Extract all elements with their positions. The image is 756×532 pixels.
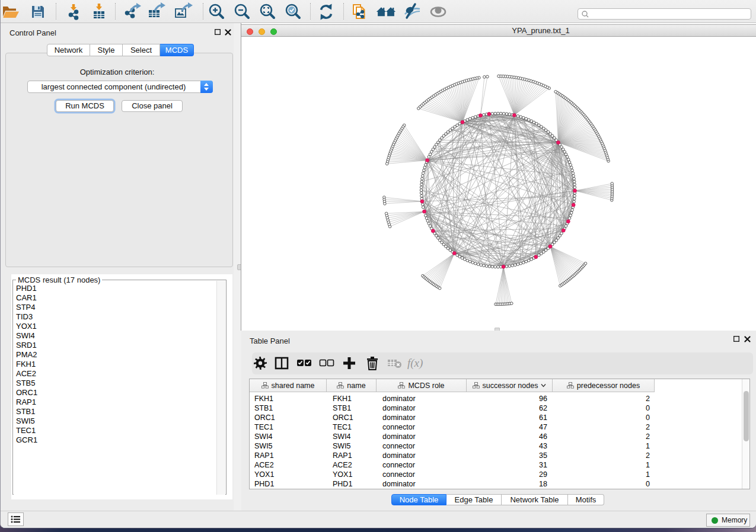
svg-text:f(x): f(x) (407, 357, 423, 370)
